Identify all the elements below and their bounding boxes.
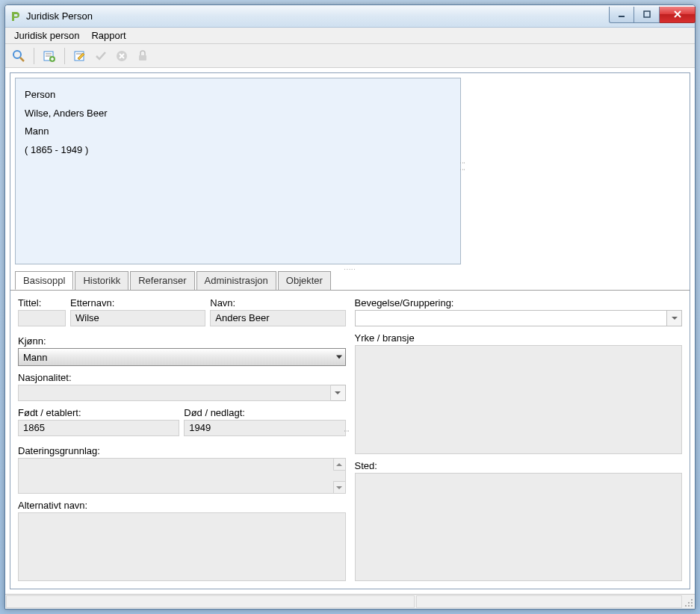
app-icon [10, 10, 22, 22]
svg-point-17 [685, 605, 687, 607]
kjonn-select[interactable]: Mann [18, 348, 346, 366]
navn-label: Navn: [210, 297, 345, 308]
app-window: Juridisk Person Juridisk person Rapport [4, 4, 696, 610]
menubar: Juridisk person Rapport [5, 28, 695, 44]
svg-point-2 [13, 51, 21, 58]
nasjonalitet-field[interactable] [18, 385, 331, 401]
bevegelse-dropdown-button[interactable] [667, 310, 682, 326]
summary-panel[interactable]: Person Wilse, Anders Beer Mann ( 1865 - … [15, 78, 461, 264]
yrke-field[interactable] [355, 345, 683, 454]
new-form-icon[interactable] [40, 47, 58, 65]
search-icon[interactable] [10, 47, 28, 65]
chevron-down-icon [336, 486, 342, 489]
bevegelse-field[interactable] [355, 310, 668, 326]
svg-line-3 [20, 58, 24, 61]
nasjonalitet-label: Nasjonalitet: [18, 372, 346, 383]
dod-label: Død / nedlagt: [184, 407, 345, 418]
svg-rect-1 [644, 11, 650, 17]
close-button[interactable] [660, 7, 696, 23]
svg-point-13 [691, 602, 693, 604]
tab-objekter[interactable]: Objekter [278, 271, 331, 290]
dateringsgrunnlag-field[interactable] [18, 458, 346, 494]
bevegelse-combo[interactable] [355, 310, 683, 326]
tab-historikk[interactable]: Historikk [75, 271, 128, 290]
menu-rapport[interactable]: Rapport [85, 28, 131, 43]
svg-rect-0 [619, 16, 625, 17]
summary-type: Person [25, 86, 451, 105]
kjonn-label: Kjønn: [18, 335, 346, 347]
chevron-down-icon [336, 356, 342, 359]
window-title: Juridisk Person [26, 10, 609, 22]
sted-label: Sted: [355, 460, 683, 471]
window-controls [609, 7, 696, 23]
content-area: Person Wilse, Anders Beer Mann ( 1865 - … [10, 72, 690, 589]
dod-field[interactable]: 1949 [184, 420, 345, 436]
chevron-down-icon [672, 317, 678, 320]
statusbar [5, 594, 695, 609]
summary-lifespan: ( 1865 - 1949 ) [25, 141, 451, 160]
edit-form-icon[interactable] [71, 47, 89, 65]
side-panel [468, 78, 685, 264]
summary-gender: Mann [25, 123, 451, 141]
svg-point-16 [688, 605, 690, 607]
form-left-column: Tittel: Etternavn: Wilse Navn: Anders Be… [18, 297, 346, 581]
menu-juridisk-person[interactable]: Juridisk person [8, 28, 85, 43]
splitter-grip-icon: ⋮⋮ [459, 160, 466, 173]
horizontal-splitter[interactable]: ····· [10, 266, 690, 270]
scroll-down-button[interactable] [333, 481, 345, 493]
tittel-field[interactable] [18, 310, 66, 326]
alternativt-navn-label: Alternativt navn: [18, 500, 346, 511]
titlebar[interactable]: Juridisk Person [5, 5, 695, 28]
tab-referanser[interactable]: Referanser [130, 271, 194, 290]
check-icon[interactable] [92, 47, 110, 65]
lock-icon[interactable] [134, 47, 152, 65]
splitter-grip-icon: ⋮ [344, 428, 350, 435]
cancel-icon[interactable] [113, 47, 131, 65]
yrke-label: Yrke / bransje [355, 332, 683, 344]
chevron-down-icon [335, 391, 341, 394]
svg-point-12 [691, 599, 693, 601]
toolbar [5, 44, 695, 68]
form-right-column: Bevegelse/Gruppering: Yrke / bransje Ste… [355, 297, 683, 581]
fodt-label: Født / etablert: [18, 407, 179, 418]
maximize-button[interactable] [634, 7, 660, 23]
vertical-splitter[interactable]: ⋮⋮ [462, 73, 467, 266]
nasjonalitet-dropdown-button[interactable] [331, 385, 346, 401]
navn-field[interactable]: Anders Beer [210, 310, 345, 326]
etternavn-label: Etternavn: [70, 297, 205, 308]
chevron-up-icon [336, 463, 342, 466]
minimize-button[interactable] [609, 7, 634, 23]
sted-field[interactable] [355, 473, 683, 582]
nasjonalitet-combo[interactable] [18, 385, 346, 401]
bevegelse-label: Bevegelse/Gruppering: [355, 297, 683, 308]
summary-name: Wilse, Anders Beer [25, 105, 451, 123]
toolbar-separator [34, 48, 34, 64]
tab-administrasjon[interactable]: Administrasjon [196, 271, 276, 290]
dateringsgrunnlag-label: Dateringsgrunnlag: [18, 445, 346, 456]
form-area: Tittel: Etternavn: Wilse Navn: Anders Be… [10, 290, 690, 589]
etternavn-field[interactable]: Wilse [70, 310, 205, 326]
resize-grip-icon[interactable] [683, 595, 695, 609]
status-cell-right [416, 595, 682, 608]
tab-basisoppl[interactable]: Basisoppl [15, 271, 73, 290]
kjonn-value: Mann [23, 352, 48, 363]
svg-point-14 [688, 602, 690, 604]
tabs: Basisoppl Historikk Referanser Administr… [10, 271, 690, 291]
svg-rect-11 [139, 55, 146, 61]
svg-point-15 [691, 605, 693, 607]
tittel-label: Tittel: [18, 297, 66, 308]
toolbar-separator [64, 48, 65, 64]
scroll-up-button[interactable] [333, 459, 345, 471]
status-cell-left [6, 595, 415, 608]
alternativt-navn-field[interactable] [18, 512, 346, 581]
fodt-field[interactable]: 1865 [18, 420, 179, 436]
top-split: Person Wilse, Anders Beer Mann ( 1865 - … [10, 73, 690, 266]
